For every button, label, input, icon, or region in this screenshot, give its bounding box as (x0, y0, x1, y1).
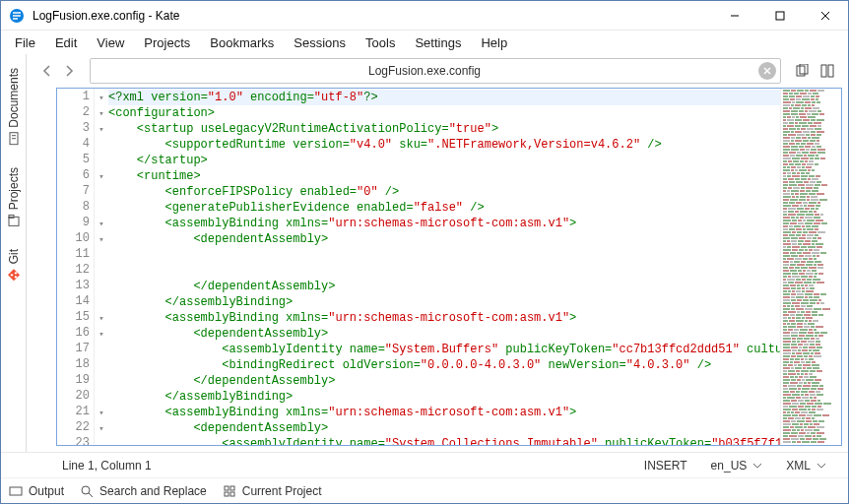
rail-git[interactable]: Git (5, 239, 23, 291)
code-line[interactable]: <startup useLegacyV2RuntimeActivationPol… (108, 121, 780, 137)
line-number[interactable]: 3 (57, 121, 94, 137)
menu-help[interactable]: Help (471, 32, 517, 53)
line-number[interactable]: 19 (57, 373, 94, 389)
menu-edit[interactable]: Edit (45, 32, 87, 53)
code-line[interactable]: <assemblyBinding xmlns="urn:schemas-micr… (108, 310, 780, 326)
copy-button[interactable] (793, 62, 811, 80)
fold-column[interactable]: ▾▾▾▾▾▾▾▾▾▾ (95, 89, 108, 445)
rail-projects[interactable]: Projects (5, 158, 23, 237)
code-line[interactable]: </startup> (108, 153, 780, 168)
panel-output[interactable]: Output (9, 484, 64, 498)
fold-marker[interactable] (95, 357, 108, 373)
code-line[interactable] (108, 247, 780, 263)
status-position[interactable]: Line 1, Column 1 (11, 459, 163, 472)
code-line[interactable]: <?xml version="1.0" encoding="utf-8"?> (108, 90, 780, 105)
minimize-button[interactable] (712, 1, 757, 31)
panel-search-and-replace[interactable]: Search and Replace (80, 484, 207, 498)
code-line[interactable]: <assemblyBinding xmlns="urn:schemas-micr… (108, 216, 780, 231)
line-number[interactable]: 14 (57, 294, 94, 310)
menu-bookmarks[interactable]: Bookmarks (200, 32, 284, 53)
code-line[interactable]: <dependentAssembly> (108, 231, 780, 247)
line-number[interactable]: 8 (57, 200, 94, 216)
fold-marker[interactable]: ▾ (95, 420, 108, 436)
code-line[interactable]: <assemblyIdentity name="System.Collectio… (108, 436, 780, 445)
menu-projects[interactable]: Projects (134, 32, 200, 53)
status-language[interactable]: XML (774, 459, 838, 472)
code-line[interactable]: </dependentAssembly> (108, 279, 780, 294)
fold-marker[interactable] (95, 247, 108, 263)
fold-marker[interactable]: ▾ (95, 310, 108, 326)
code-line[interactable]: </assemblyBinding> (108, 294, 780, 310)
code-line[interactable] (108, 263, 780, 279)
line-number[interactable]: 15 (57, 310, 94, 326)
line-number[interactable]: 2 (57, 105, 94, 121)
line-number[interactable]: 23 (57, 436, 94, 446)
fold-marker[interactable] (95, 137, 108, 153)
line-number[interactable]: 13 (57, 279, 94, 294)
fold-marker[interactable]: ▾ (95, 105, 108, 121)
fold-marker[interactable] (95, 184, 108, 200)
menu-settings[interactable]: Settings (405, 32, 471, 53)
fold-marker[interactable] (95, 389, 108, 405)
fold-marker[interactable] (95, 279, 108, 294)
fold-marker[interactable]: ▾ (95, 90, 108, 105)
line-number[interactable]: 22 (57, 420, 94, 436)
tab-current-file[interactable]: LogFusion.exe.config (90, 58, 781, 84)
line-number[interactable]: 17 (57, 342, 94, 357)
fold-marker[interactable]: ▾ (95, 168, 108, 184)
fold-marker[interactable] (95, 153, 108, 168)
maximize-button[interactable] (757, 1, 803, 31)
code-line[interactable]: <bindingRedirect oldVersion="0.0.0.0-4.0… (108, 357, 780, 373)
line-number-gutter[interactable]: 123456789101112131415161718192021222324 (57, 89, 95, 445)
line-number[interactable]: 18 (57, 357, 94, 373)
line-number[interactable]: 7 (57, 184, 94, 200)
fold-marker[interactable] (95, 294, 108, 310)
tab-close-button[interactable] (758, 62, 776, 80)
fold-marker[interactable]: ▾ (95, 216, 108, 231)
menu-file[interactable]: File (5, 32, 45, 53)
status-locale[interactable]: en_US (699, 459, 775, 472)
code-line[interactable]: <dependentAssembly> (108, 326, 780, 342)
fold-marker[interactable] (95, 342, 108, 357)
fold-marker[interactable]: ▾ (95, 326, 108, 342)
fold-marker[interactable]: ▾ (95, 121, 108, 137)
line-number[interactable]: 12 (57, 263, 94, 279)
code-line[interactable]: <supportedRuntime version="v4.0" sku=".N… (108, 137, 780, 153)
editor[interactable]: 123456789101112131415161718192021222324 … (56, 88, 842, 446)
minimap[interactable] (780, 89, 841, 445)
menu-sessions[interactable]: Sessions (284, 32, 356, 53)
code-line[interactable]: </dependentAssembly> (108, 373, 780, 389)
line-number[interactable]: 20 (57, 389, 94, 405)
fold-marker[interactable]: ▾ (95, 231, 108, 247)
code-line[interactable]: <dependentAssembly> (108, 420, 780, 436)
line-number[interactable]: 9 (57, 216, 94, 231)
code-line[interactable]: <assemblyIdentity name="System.Buffers" … (108, 342, 780, 357)
menu-view[interactable]: View (87, 32, 134, 53)
rail-documents[interactable]: Documents (5, 58, 23, 156)
code-line[interactable]: <runtime> (108, 168, 780, 184)
code-area[interactable]: <?xml version="1.0" encoding="utf-8"?><c… (108, 89, 780, 445)
close-button[interactable] (803, 1, 848, 31)
line-number[interactable]: 10 (57, 231, 94, 247)
code-line[interactable]: <configuration> (108, 105, 780, 121)
fold-marker[interactable]: ▾ (95, 405, 108, 420)
fold-marker[interactable] (95, 263, 108, 279)
nav-forward-button[interactable] (58, 59, 80, 83)
nav-back-button[interactable] (36, 59, 58, 83)
fold-marker[interactable] (95, 200, 108, 216)
code-line[interactable]: <enforceFIPSPolicy enabled="0" /> (108, 184, 780, 200)
panel-current-project[interactable]: Current Project (223, 484, 322, 498)
code-line[interactable]: <assemblyBinding xmlns="urn:schemas-micr… (108, 405, 780, 420)
titlebar[interactable]: LogFusion.exe.config - Kate (1, 1, 848, 31)
status-mode[interactable]: INSERT (632, 459, 699, 472)
fold-marker[interactable] (95, 436, 108, 446)
line-number[interactable]: 4 (57, 137, 94, 153)
line-number[interactable]: 16 (57, 326, 94, 342)
code-line[interactable]: <generatePublisherEvidence enabled="fals… (108, 200, 780, 216)
line-number[interactable]: 21 (57, 405, 94, 420)
menu-tools[interactable]: Tools (356, 32, 405, 53)
line-number[interactable]: 11 (57, 247, 94, 263)
line-number[interactable]: 5 (57, 153, 94, 168)
line-number[interactable]: 6 (57, 168, 94, 184)
code-line[interactable]: </assemblyBinding> (108, 389, 780, 405)
